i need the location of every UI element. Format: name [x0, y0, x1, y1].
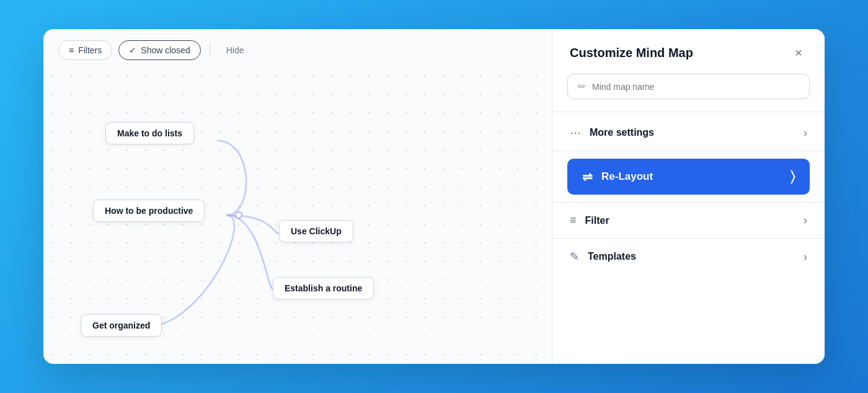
- main-card: ≡ Filters ✓ Show closed Hide: [43, 29, 825, 364]
- divider-2: [552, 151, 825, 151]
- toolbar: ≡ Filters ✓ Show closed Hide: [43, 29, 552, 71]
- node-make-todo[interactable]: Make to do lists: [105, 122, 194, 144]
- templates-icon: ✎: [570, 250, 579, 263]
- relayout-button[interactable]: ⇌ Re-Layout 〉: [567, 159, 810, 195]
- right-panel-header: Customize Mind Map ×: [552, 29, 825, 74]
- more-settings-chevron: ›: [804, 126, 807, 139]
- close-icon: ×: [795, 46, 802, 60]
- filter-label: Filter: [585, 215, 609, 226]
- node-use-clickup[interactable]: Use ClickUp: [279, 220, 353, 242]
- mindmap-container: Make to do lists How to be productive Us…: [43, 66, 552, 364]
- relayout-label: Re-Layout: [601, 170, 653, 183]
- node-get-organized[interactable]: Get organized: [81, 314, 162, 337]
- show-closed-button[interactable]: ✓ Show closed: [118, 40, 200, 60]
- pencil-icon: ✏: [578, 81, 586, 92]
- more-settings-icon: ⋯: [570, 126, 581, 139]
- close-button[interactable]: ×: [790, 44, 807, 61]
- templates-left: ✎ Templates: [570, 250, 636, 263]
- filter-icon: ≡: [69, 45, 74, 55]
- templates-label: Templates: [588, 251, 636, 262]
- node-use-clickup-label: Use ClickUp: [291, 226, 342, 236]
- node-make-todo-label: Make to do lists: [117, 128, 182, 138]
- node-productive-label: How to be productive: [105, 206, 193, 216]
- filter-icon: ≡: [570, 214, 577, 227]
- right-panel: Customize Mind Map × ✏ ⋯ More settings ›…: [552, 29, 825, 364]
- toolbar-divider: [210, 43, 210, 58]
- node-productive[interactable]: How to be productive: [93, 200, 205, 222]
- node-establish[interactable]: Establish a routine: [273, 277, 374, 299]
- templates-chevron: ›: [804, 250, 807, 263]
- divider-1: [552, 112, 825, 112]
- filter-item[interactable]: ≡ Filter ›: [552, 203, 825, 238]
- show-closed-label: Show closed: [141, 45, 190, 55]
- right-panel-title: Customize Mind Map: [570, 46, 693, 60]
- cursor-icon: 〉: [790, 169, 795, 185]
- more-settings-item[interactable]: ⋯ More settings ›: [552, 115, 825, 151]
- node-establish-label: Establish a routine: [285, 283, 362, 293]
- left-panel: ≡ Filters ✓ Show closed Hide: [43, 29, 552, 364]
- filters-button[interactable]: ≡ Filters: [58, 40, 112, 60]
- filters-label: Filters: [78, 45, 102, 55]
- check-circle-icon: ✓: [129, 45, 136, 55]
- filter-left: ≡ Filter: [570, 214, 609, 227]
- hide-button[interactable]: Hide: [219, 41, 252, 60]
- more-settings-label: More settings: [590, 127, 654, 138]
- relayout-icon: ⇌: [582, 169, 593, 184]
- hide-label: Hide: [226, 45, 244, 55]
- node-get-organized-label: Get organized: [92, 320, 150, 330]
- templates-item[interactable]: ✎ Templates ›: [552, 239, 825, 275]
- filter-chevron: ›: [804, 214, 807, 227]
- more-settings-left: ⋯ More settings: [570, 126, 654, 139]
- name-input[interactable]: [592, 82, 799, 92]
- name-input-wrapper[interactable]: ✏: [567, 74, 810, 99]
